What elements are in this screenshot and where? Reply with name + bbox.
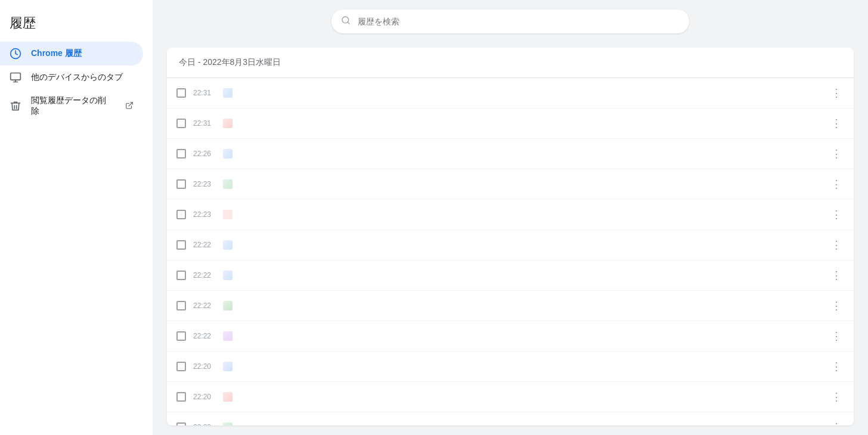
history-item-actions: ⋮ — [829, 358, 844, 375]
sidebar-item-clear-data-label: 閲覧履歴データの削除 — [31, 95, 113, 117]
history-list: 22:31 ⋮ 22:31 ⋮ — [167, 78, 854, 425]
more-options-icon[interactable]: ⋮ — [829, 145, 844, 163]
monitor-icon — [10, 72, 21, 83]
history-item-actions: ⋮ — [829, 114, 844, 132]
main-content: 今日 - 2022年8月3日水曜日 22:31 ⋮ 22:31 — [153, 0, 868, 435]
more-options-icon[interactable]: ⋮ — [829, 236, 844, 254]
history-item-favicon — [223, 88, 232, 98]
history-item-time: 22:22 — [193, 302, 216, 310]
history-item-checkbox[interactable] — [176, 179, 186, 189]
history-item-checkbox[interactable] — [176, 88, 186, 98]
history-item-checkbox[interactable] — [176, 331, 186, 341]
more-options-icon[interactable]: ⋮ — [829, 206, 844, 223]
history-item-actions: ⋮ — [829, 388, 844, 406]
list-item: 22:20 ⋮ — [167, 352, 854, 382]
list-item: 22:20 ⋮ — [167, 382, 854, 412]
more-options-icon[interactable]: ⋮ — [829, 266, 844, 284]
page-title: 履歴 — [0, 10, 153, 42]
search-bar — [331, 10, 689, 33]
list-item: 22:31 ⋮ — [167, 108, 854, 139]
history-item-actions: ⋮ — [829, 145, 844, 163]
history-item-favicon — [223, 149, 232, 159]
history-item-favicon — [223, 240, 232, 250]
history-item-time: 22:22 — [193, 271, 216, 279]
search-input[interactable] — [358, 17, 680, 26]
history-item-actions: ⋮ — [829, 236, 844, 254]
history-item-checkbox[interactable] — [176, 119, 186, 128]
list-item: 22:22 ⋮ — [167, 291, 854, 321]
svg-line-6 — [348, 22, 349, 24]
history-date-header: 今日 - 2022年8月3日水曜日 — [167, 48, 854, 78]
sidebar-item-chrome-history[interactable]: Chrome 履歴 — [0, 42, 143, 66]
external-link-icon — [125, 101, 134, 111]
history-item-favicon — [223, 422, 232, 425]
svg-rect-1 — [11, 73, 21, 80]
clock-icon — [10, 48, 21, 60]
list-item: 22:22 ⋮ — [167, 321, 854, 352]
history-item-checkbox[interactable] — [176, 362, 186, 371]
history-item-actions: ⋮ — [829, 84, 844, 102]
history-item-favicon — [223, 271, 232, 280]
more-options-icon[interactable]: ⋮ — [829, 388, 844, 406]
more-options-icon[interactable]: ⋮ — [829, 297, 844, 315]
history-item-actions: ⋮ — [829, 297, 844, 315]
list-item: 22:20 ⋮ — [167, 412, 854, 425]
sidebar-item-chrome-history-label: Chrome 履歴 — [31, 48, 82, 59]
history-item-favicon — [223, 301, 232, 310]
search-icon — [341, 15, 351, 27]
list-item: 22:26 ⋮ — [167, 139, 854, 169]
history-item-actions: ⋮ — [829, 327, 844, 345]
svg-line-4 — [129, 102, 132, 105]
more-options-icon[interactable]: ⋮ — [829, 114, 844, 132]
history-item-checkbox[interactable] — [176, 301, 186, 310]
trash-icon — [10, 100, 21, 112]
sidebar-item-other-devices[interactable]: 他のデバイスからのタブ — [0, 66, 143, 89]
list-item: 22:23 ⋮ — [167, 169, 854, 200]
sidebar: 履歴 Chrome 履歴 他のデバイスからのタブ — [0, 0, 153, 435]
history-item-time: 22:23 — [193, 210, 216, 219]
history-item-time: 22:20 — [193, 362, 216, 371]
history-item-time: 22:22 — [193, 241, 216, 249]
history-item-time: 22:31 — [193, 119, 216, 128]
sidebar-item-clear-data[interactable]: 閲覧履歴データの削除 — [0, 89, 143, 123]
history-item-time: 22:23 — [193, 180, 216, 188]
history-panel: 今日 - 2022年8月3日水曜日 22:31 ⋮ 22:31 — [167, 48, 854, 425]
more-options-icon[interactable]: ⋮ — [829, 418, 844, 425]
history-item-time: 22:20 — [193, 393, 216, 401]
history-item-time: 22:22 — [193, 332, 216, 340]
history-item-actions: ⋮ — [829, 418, 844, 425]
history-item-actions: ⋮ — [829, 206, 844, 223]
history-item-checkbox[interactable] — [176, 271, 186, 280]
history-item-checkbox[interactable] — [176, 392, 186, 402]
history-item-favicon — [223, 392, 232, 402]
sidebar-item-other-devices-label: 他のデバイスからのタブ — [31, 72, 123, 83]
history-item-time: 22:20 — [193, 423, 216, 425]
list-item: 22:22 ⋮ — [167, 260, 854, 291]
history-item-favicon — [223, 119, 232, 128]
more-options-icon[interactable]: ⋮ — [829, 84, 844, 102]
search-bar-container — [167, 10, 854, 33]
history-item-favicon — [223, 331, 232, 341]
history-item-checkbox[interactable] — [176, 210, 186, 219]
list-item: 22:23 ⋮ — [167, 200, 854, 230]
history-item-checkbox[interactable] — [176, 149, 186, 159]
history-item-time: 22:31 — [193, 89, 216, 97]
history-item-checkbox[interactable] — [176, 422, 186, 425]
more-options-icon[interactable]: ⋮ — [829, 175, 844, 193]
history-item-actions: ⋮ — [829, 175, 844, 193]
more-options-icon[interactable]: ⋮ — [829, 327, 844, 345]
history-item-favicon — [223, 362, 232, 371]
history-item-favicon — [223, 210, 232, 219]
more-options-icon[interactable]: ⋮ — [829, 358, 844, 375]
history-item-actions: ⋮ — [829, 266, 844, 284]
history-item-favicon — [223, 179, 232, 189]
list-item: 22:31 ⋮ — [167, 78, 854, 108]
history-item-checkbox[interactable] — [176, 240, 186, 250]
history-item-time: 22:26 — [193, 150, 216, 158]
list-item: 22:22 ⋮ — [167, 230, 854, 260]
